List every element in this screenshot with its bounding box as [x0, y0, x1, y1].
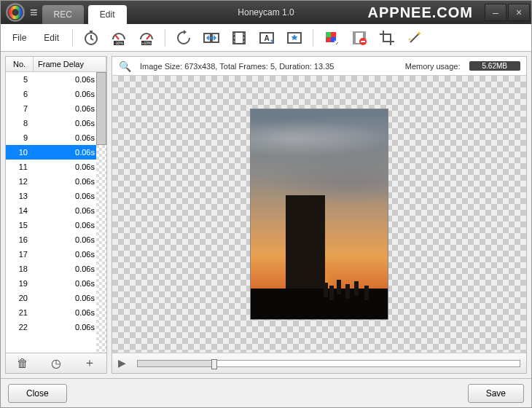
crop-icon[interactable] — [376, 27, 398, 49]
svg-text:A: A — [264, 34, 269, 42]
frame-row[interactable]: 80.06s — [6, 116, 106, 130]
info-bar: 🔍 Image Size: 673x438, Total Frames: 5, … — [112, 57, 526, 76]
svg-point-14 — [234, 41, 235, 42]
main-menu-icon[interactable]: ≡ — [30, 5, 38, 20]
tab-rec[interactable]: REC — [42, 5, 84, 24]
minimize-button[interactable]: – — [485, 4, 506, 21]
zoom-icon[interactable]: 🔍 — [118, 60, 131, 73]
separator — [72, 29, 73, 47]
transition-icon[interactable] — [200, 27, 222, 49]
scrollbar-thumb[interactable] — [96, 72, 106, 145]
seek-slider[interactable] — [137, 360, 520, 367]
reverse-icon[interactable] — [173, 27, 195, 49]
frame-row[interactable]: 140.06s — [6, 203, 106, 218]
memory-label: Memory usage: — [405, 62, 461, 71]
delete-icon[interactable]: 🗑 — [14, 356, 31, 372]
header-delay[interactable]: Frame Delay — [34, 57, 106, 71]
svg-text:+10%: +10% — [142, 41, 152, 45]
image-info-text: Image Size: 673x438, Total Frames: 5, Du… — [140, 62, 334, 71]
svg-rect-28 — [361, 41, 365, 42]
svg-text:-10%: -10% — [114, 41, 123, 45]
title-bar: ≡ REC Edit Honeycam 1.0 APPNEE.COM – × — [1, 1, 531, 24]
app-logo-icon — [5, 2, 26, 23]
frame-row[interactable]: 110.06s — [6, 160, 106, 174]
svg-point-13 — [234, 37, 235, 39]
memory-value: 5.62MB — [469, 61, 520, 71]
watermark-text: APPNEE.COM — [368, 4, 473, 21]
tab-edit[interactable]: Edit — [88, 5, 127, 24]
speed-plus-10-icon[interactable]: +10% — [136, 27, 157, 49]
text-overlay-icon[interactable]: A — [256, 27, 278, 49]
menu-edit[interactable]: Edit — [38, 30, 65, 46]
preview-canvas[interactable] — [112, 76, 526, 353]
frame-row[interactable]: 210.06s — [6, 305, 106, 320]
speed-minus-10-icon[interactable]: -10% — [108, 27, 130, 49]
frame-row[interactable]: 90.06s — [6, 130, 106, 145]
film-effect-icon[interactable] — [228, 27, 250, 49]
header-no[interactable]: No. — [6, 57, 34, 71]
window-controls: – × — [485, 4, 531, 21]
toolbar: File Edit -10% +10% A — [1, 24, 531, 52]
frame-row[interactable]: 120.06s — [6, 174, 106, 189]
add-icon[interactable]: ＋ — [81, 356, 98, 372]
frame-row[interactable]: 70.06s — [6, 101, 106, 116]
svg-rect-22 — [326, 32, 331, 37]
clock-icon[interactable]: ◷ — [47, 356, 65, 372]
svg-point-12 — [234, 34, 235, 35]
window-title: Honeycam 1.0 — [238, 7, 294, 17]
main-area: No. Frame Delay 50.06s60.06s70.06s80.06s… — [1, 52, 531, 378]
frame-row[interactable]: 160.06s — [6, 232, 106, 247]
app-window: ≡ REC Edit Honeycam 1.0 APPNEE.COM – × F… — [0, 0, 532, 408]
svg-rect-25 — [353, 32, 356, 44]
frame-row[interactable]: 220.06s — [6, 320, 106, 334]
close-button[interactable]: Close — [8, 384, 67, 403]
sticker-icon[interactable] — [283, 27, 305, 49]
color-adjust-icon[interactable] — [321, 27, 343, 49]
frame-row[interactable]: 50.06s — [6, 72, 106, 87]
frame-list[interactable]: 50.06s60.06s70.06s80.06s90.06s100.06s110… — [6, 72, 106, 353]
menu-file[interactable]: File — [7, 30, 32, 46]
frame-list-footer: 🗑 ◷ ＋ — [6, 353, 106, 373]
frame-row[interactable]: 60.06s — [6, 87, 106, 101]
play-button[interactable]: ▶ — [118, 357, 131, 370]
time-icon[interactable] — [80, 27, 102, 49]
svg-point-15 — [243, 34, 245, 35]
frame-row[interactable]: 130.06s — [6, 189, 106, 203]
preview-panel: 🔍 Image Size: 673x438, Total Frames: 5, … — [112, 56, 527, 374]
frame-row[interactable]: 180.06s — [6, 262, 106, 276]
frame-row[interactable]: 190.06s — [6, 276, 106, 291]
frame-row[interactable]: 170.06s — [6, 247, 106, 262]
magic-wand-icon[interactable] — [404, 27, 426, 49]
seek-thumb[interactable] — [211, 359, 217, 369]
close-window-button[interactable]: × — [508, 4, 530, 21]
frame-list-header: No. Frame Delay — [6, 57, 106, 72]
svg-point-16 — [243, 37, 245, 39]
save-button[interactable]: Save — [468, 384, 524, 403]
frame-row[interactable]: 200.06s — [6, 291, 106, 305]
delete-frame-icon[interactable] — [348, 27, 370, 49]
playback-bar: ▶ — [112, 353, 526, 373]
footer: Close Save — [1, 378, 531, 407]
svg-point-1 — [10, 7, 20, 17]
separator — [313, 29, 313, 47]
separator — [165, 29, 165, 47]
frame-list-panel: No. Frame Delay 50.06s60.06s70.06s80.06s… — [5, 56, 107, 374]
svg-point-17 — [243, 41, 245, 42]
frame-row[interactable]: 100.06s — [6, 145, 106, 160]
frame-row[interactable]: 150.06s — [6, 218, 106, 232]
preview-image — [250, 109, 388, 320]
